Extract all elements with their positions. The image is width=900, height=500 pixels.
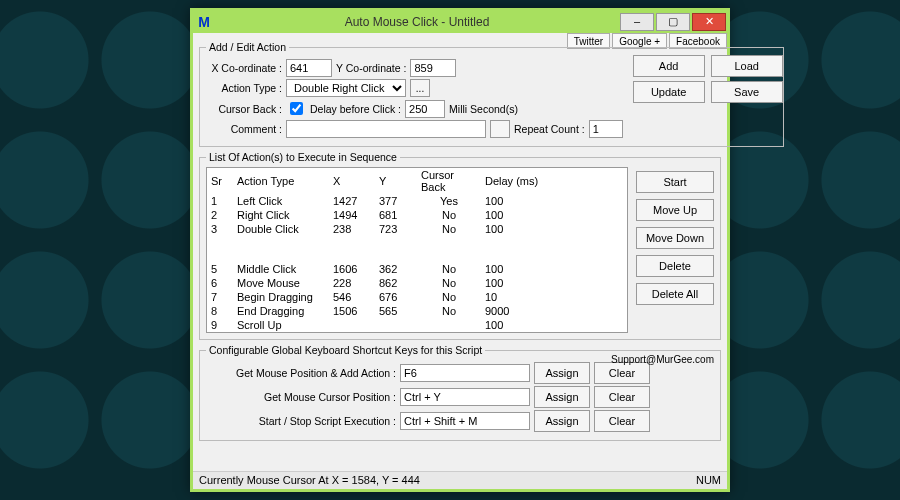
comment-aux-button[interactable]: [490, 120, 510, 138]
shortcut1-assign-button[interactable]: Assign: [534, 362, 590, 384]
table-row[interactable]: 4Double Right Click641859Yes250: [207, 236, 627, 262]
table-row[interactable]: 5Middle Click1606362No100: [207, 262, 627, 276]
delete-button[interactable]: Delete: [636, 255, 714, 277]
y-label: Y Co-ordinate :: [336, 62, 406, 74]
cursor-back-checkbox[interactable]: [290, 102, 303, 115]
shortcut1-input[interactable]: [400, 364, 530, 382]
action-type-label: Action Type :: [206, 82, 282, 94]
save-button[interactable]: Save: [711, 81, 783, 103]
update-button[interactable]: Update: [633, 81, 705, 103]
minimize-button[interactable]: –: [620, 13, 654, 31]
window-title: Auto Mouse Click - Untitled: [215, 15, 619, 29]
add-button[interactable]: Add: [633, 55, 705, 77]
delay-label: Delay before Click :: [310, 103, 401, 115]
shortcut2-label: Get Mouse Cursor Position :: [206, 391, 396, 403]
table-row[interactable]: 2Right Click1494681No100: [207, 208, 627, 222]
action-type-select[interactable]: Double Right Click: [286, 79, 406, 97]
support-link[interactable]: Support@MurGee.com: [611, 354, 714, 365]
table-row[interactable]: 8End Dragging1506565No9000: [207, 304, 627, 318]
browse-button[interactable]: ...: [410, 79, 430, 97]
app-window: M Auto Mouse Click - Untitled – ▢ ✕ Twit…: [190, 8, 730, 492]
x-label: X Co-ordinate :: [206, 62, 282, 74]
add-edit-legend: Add / Edit Action: [206, 41, 289, 53]
action-table[interactable]: Sr Action Type X Y Cursor Back Delay (ms…: [206, 167, 628, 333]
start-button[interactable]: Start: [636, 171, 714, 193]
status-text: Currently Mouse Cursor At X = 1584, Y = …: [199, 474, 420, 487]
close-button[interactable]: ✕: [692, 13, 726, 31]
table-row[interactable]: 10Scroll Down100: [207, 332, 627, 333]
cursor-back-label: Cursor Back :: [206, 103, 282, 115]
move-up-button[interactable]: Move Up: [636, 199, 714, 221]
shortcut1-label: Get Mouse Position & Add Action :: [206, 367, 396, 379]
table-row[interactable]: 9Scroll Up100: [207, 318, 627, 332]
titlebar[interactable]: M Auto Mouse Click - Untitled – ▢ ✕: [193, 11, 727, 33]
comment-label: Comment :: [206, 123, 282, 135]
comment-input[interactable]: [286, 120, 486, 138]
repeat-input[interactable]: [589, 120, 623, 138]
delay-unit-label: Milli Second(s): [449, 103, 518, 115]
app-icon: M: [193, 14, 215, 30]
table-row[interactable]: 3Double Click238723No100: [207, 222, 627, 236]
maximize-button[interactable]: ▢: [656, 13, 690, 31]
repeat-label: Repeat Count :: [514, 123, 585, 135]
shortcut3-clear-button[interactable]: Clear: [594, 410, 650, 432]
delay-input[interactable]: [405, 100, 445, 118]
x-input[interactable]: [286, 59, 332, 77]
table-row[interactable]: 6Move Mouse228862No100: [207, 276, 627, 290]
table-header-row: Sr Action Type X Y Cursor Back Delay (ms…: [207, 168, 627, 194]
load-button[interactable]: Load: [711, 55, 783, 77]
shortcut2-clear-button[interactable]: Clear: [594, 386, 650, 408]
move-down-button[interactable]: Move Down: [636, 227, 714, 249]
table-row[interactable]: 7Begin Dragging546676No10: [207, 290, 627, 304]
shortcut1-clear-button[interactable]: Clear: [594, 362, 650, 384]
shortcuts-legend: Configurable Global Keyboard Shortcut Ke…: [206, 344, 485, 356]
table-row[interactable]: 1Left Click1427377Yes100: [207, 194, 627, 208]
delete-all-button[interactable]: Delete All: [636, 283, 714, 305]
action-list-group: List Of Action(s) to Execute in Sequence…: [199, 151, 721, 340]
add-edit-group: Add / Edit Action X Co-ordinate : Y Co-o…: [199, 41, 784, 147]
status-num: NUM: [696, 474, 721, 487]
shortcuts-group: Configurable Global Keyboard Shortcut Ke…: [199, 344, 721, 441]
shortcut3-input[interactable]: [400, 412, 530, 430]
shortcut2-assign-button[interactable]: Assign: [534, 386, 590, 408]
action-list-legend: List Of Action(s) to Execute in Sequence: [206, 151, 400, 163]
shortcut3-assign-button[interactable]: Assign: [534, 410, 590, 432]
shortcut2-input[interactable]: [400, 388, 530, 406]
y-input[interactable]: [410, 59, 456, 77]
shortcut3-label: Start / Stop Script Execution :: [206, 415, 396, 427]
